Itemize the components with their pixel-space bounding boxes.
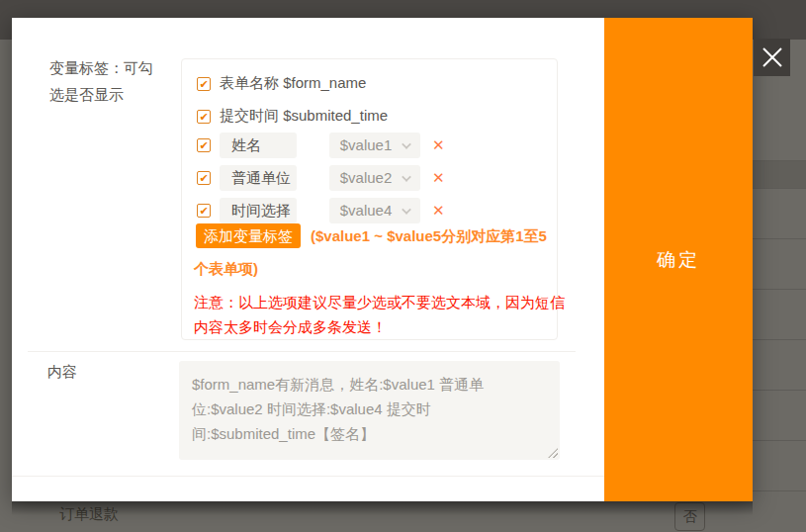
value-select[interactable]: $value1 <box>329 133 420 158</box>
section-label: 变量标签：可勾选是否显示 <box>49 54 163 108</box>
value-select[interactable]: $value4 <box>329 198 420 223</box>
checkbox-label: 提交时间 $submited_time <box>220 107 388 126</box>
remove-icon[interactable]: ✕ <box>432 136 445 154</box>
modal-shadow <box>12 501 753 515</box>
select-value: $value1 <box>340 136 393 153</box>
checkbox-label: 表单名称 $form_name <box>220 74 366 93</box>
content-label: 内容 <box>47 363 77 382</box>
value-select[interactable]: $value2 <box>329 165 420 191</box>
checkbox[interactable]: ✔ <box>197 77 211 91</box>
chevron-down-icon <box>402 205 411 215</box>
chevron-down-icon <box>402 139 411 149</box>
warning-line: 内容太多时会分成多条发送！ <box>194 314 565 339</box>
warning-line: 注意：以上选项建议尽量少选或不要选文本域，因为短信 <box>194 290 565 314</box>
checkbox-row-submit-time: ✔ 提交时间 $submited_time <box>197 107 388 126</box>
checkbox[interactable]: ✔ <box>197 204 211 218</box>
hint-text: ($value1 ~ $value5分别对应第1至5 <box>311 227 547 246</box>
screen: 订单退款 否 变量标签：可勾选是否显示 ✔ 表单名称 $form_name ✔ … <box>0 0 806 532</box>
confirm-button-label: 确定 <box>657 247 700 273</box>
field-name-input[interactable]: 姓名 <box>220 133 297 158</box>
field-name-input[interactable]: 时间选择 <box>220 198 297 223</box>
checkbox-row-form-name: ✔ 表单名称 $form_name <box>197 74 366 93</box>
divider <box>28 351 576 352</box>
remove-icon[interactable]: ✕ <box>432 202 445 220</box>
close-icon <box>761 45 784 69</box>
chevron-down-icon <box>402 172 411 182</box>
content-text: $form_name有新消息，姓名:$value1 普通单位:$value2 时… <box>192 376 484 442</box>
checkbox[interactable]: ✔ <box>197 138 211 152</box>
variable-row: ✔ 普通单位 $value2 ✕ <box>197 165 445 191</box>
close-button[interactable] <box>754 39 790 76</box>
variable-label-dialog: 变量标签：可勾选是否显示 ✔ 表单名称 $form_name ✔ 提交时间 $s… <box>12 18 753 501</box>
remove-icon[interactable]: ✕ <box>432 169 445 187</box>
background-table-header <box>753 160 806 188</box>
warning-text: 注意：以上选项建议尽量少选或不要选文本域，因为短信 内容太多时会分成多条发送！ <box>194 290 565 339</box>
divider <box>12 476 604 477</box>
select-value: $value2 <box>340 169 393 186</box>
checkbox[interactable]: ✔ <box>197 171 211 185</box>
hint-text: 个表单项) <box>194 260 258 279</box>
variable-row: ✔ 姓名 $value1 ✕ <box>197 133 445 158</box>
resize-grip-icon[interactable] <box>548 448 558 458</box>
field-name-input[interactable]: 普通单位 <box>220 165 297 191</box>
confirm-button[interactable]: 确定 <box>604 18 753 501</box>
add-variable-label-button[interactable]: 添加变量标签 <box>196 223 301 248</box>
variable-row: ✔ 时间选择 $value4 ✕ <box>197 198 445 223</box>
content-textarea[interactable]: $form_name有新消息，姓名:$value1 普通单位:$value2 时… <box>179 361 560 460</box>
select-value: $value4 <box>340 202 393 219</box>
background-table-rows <box>753 188 806 501</box>
checkbox[interactable]: ✔ <box>197 110 211 124</box>
